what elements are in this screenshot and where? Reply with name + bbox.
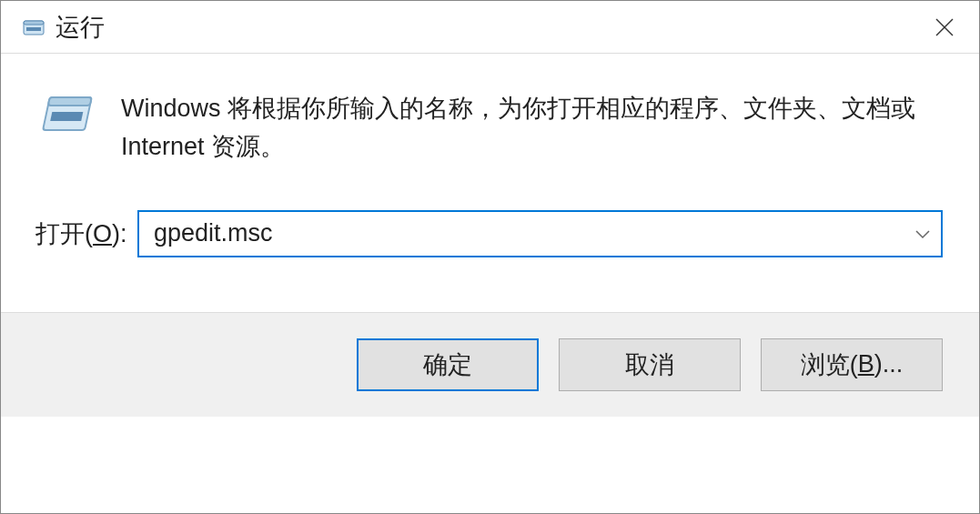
svg-rect-7 [50,112,83,121]
button-bar: 确定 取消 浏览(B)... [1,312,979,417]
open-combobox[interactable] [137,210,943,257]
browse-button[interactable]: 浏览(B)... [761,338,943,391]
open-label: 打开(O): [35,217,137,250]
svg-rect-1 [24,21,44,25]
browse-button-hotkey: B [858,350,874,378]
description-text: Windows 将根据你所输入的名称，为你打开相应的程序、文件夹、文档或 Int… [121,90,943,166]
close-icon [935,17,955,37]
browse-button-prefix: 浏览( [801,348,858,381]
titlebar: 运行 [1,1,979,54]
browse-button-suffix: )... [874,350,904,378]
open-label-prefix: 打开( [35,220,93,247]
run-title-icon [21,15,46,40]
open-input[interactable] [137,210,943,257]
svg-rect-2 [26,27,41,31]
chevron-down-icon [914,228,931,239]
run-dialog: 运行 Windows 将根据你所输入的名称，为你打开相应的程序、文件夹、文档或 … [0,0,980,514]
combobox-dropdown-button[interactable] [912,223,934,245]
dialog-body: Windows 将根据你所输入的名称，为你打开相应的程序、文件夹、文档或 Int… [1,54,979,513]
dialog-title: 运行 [56,11,923,44]
run-app-icon [35,90,99,145]
ok-button[interactable]: 确定 [357,338,539,391]
cancel-button[interactable]: 取消 [559,338,741,391]
close-button[interactable] [923,9,966,45]
description-row: Windows 将根据你所输入的名称，为你打开相应的程序、文件夹、文档或 Int… [1,54,979,166]
cancel-button-label: 取消 [625,348,674,381]
ok-button-label: 确定 [423,348,472,381]
open-label-suffix: ): [112,220,127,247]
open-label-hotkey: O [93,220,112,247]
svg-rect-6 [48,97,92,106]
open-input-row: 打开(O): [1,166,979,257]
